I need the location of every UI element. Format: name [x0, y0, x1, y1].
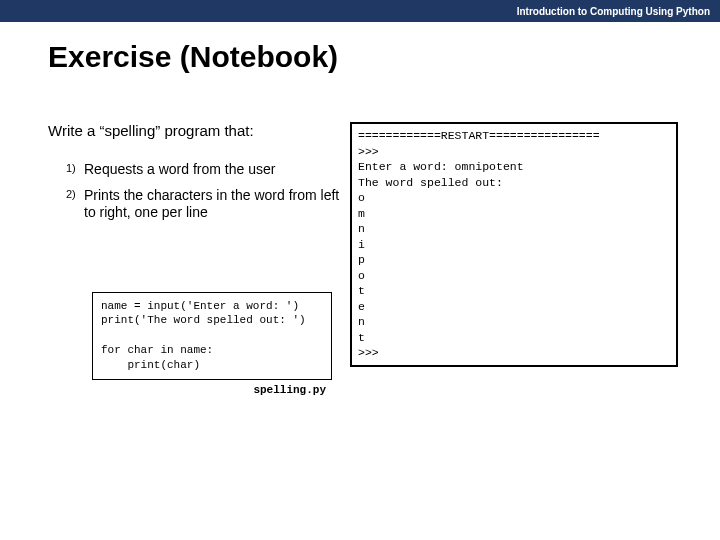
- code-box: name = input('Enter a word: ') print('Th…: [92, 292, 332, 380]
- step-number: 2): [66, 188, 76, 202]
- steps-list: 1) Requests a word from the user 2) Prin…: [48, 161, 340, 222]
- right-column: ============RESTART================ >>> …: [350, 122, 690, 396]
- step-text: Prints the characters in the word from l…: [84, 187, 339, 221]
- exercise-prompt: Write a “spelling” program that:: [48, 122, 340, 139]
- list-item: 1) Requests a word from the user: [66, 161, 340, 179]
- step-number: 1): [66, 162, 76, 176]
- left-column: Write a “spelling” program that: 1) Requ…: [0, 122, 350, 396]
- header-bar: Introduction to Computing Using Python: [0, 0, 720, 22]
- content-area: Write a “spelling” program that: 1) Requ…: [0, 122, 720, 396]
- list-item: 2) Prints the characters in the word fro…: [66, 187, 340, 222]
- output-box: ============RESTART================ >>> …: [350, 122, 678, 367]
- course-title: Introduction to Computing Using Python: [517, 6, 710, 17]
- page-title: Exercise (Notebook): [48, 40, 720, 74]
- step-text: Requests a word from the user: [84, 161, 275, 177]
- code-filename: spelling.py: [48, 384, 326, 396]
